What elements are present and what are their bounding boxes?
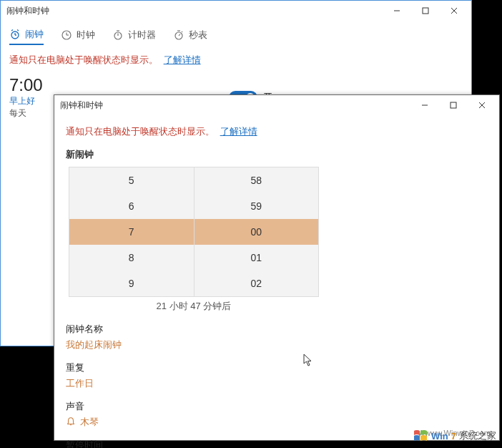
tab-clock[interactable]: 时钟 xyxy=(61,26,95,44)
minute-option[interactable]: 58 xyxy=(195,167,319,193)
field-alarm-name[interactable]: 闹钟名称 我的起床闹钟 xyxy=(66,323,488,351)
titlebar-back: 闹钟和时钟 xyxy=(1,1,471,21)
window-controls-back xyxy=(383,1,468,21)
minute-option[interactable]: 02 xyxy=(195,271,319,296)
repeat-value[interactable]: 工作日 xyxy=(66,377,488,390)
maximize-button-front[interactable] xyxy=(439,95,468,115)
svg-rect-1 xyxy=(423,8,428,14)
svg-rect-20 xyxy=(451,102,456,108)
alarm-time: 7:00 xyxy=(9,75,43,95)
alarm-name-label: 闹钟名称 xyxy=(66,323,488,336)
hour-option[interactable]: 7 xyxy=(69,219,194,245)
field-repeat[interactable]: 重复 工作日 xyxy=(66,361,488,390)
windows-logo-icon xyxy=(413,428,428,444)
minimize-button-front[interactable] xyxy=(410,95,439,115)
field-sound[interactable]: 声音 木琴 xyxy=(66,400,488,429)
svg-line-8 xyxy=(17,30,19,31)
svg-line-18 xyxy=(182,31,182,32)
window-controls-front xyxy=(410,95,496,115)
notice-link-back[interactable]: 了解详情 xyxy=(164,54,201,65)
watermark-brand: Win7系统之家 xyxy=(413,428,496,444)
tab-timer-label: 计时器 xyxy=(128,29,156,42)
hour-option[interactable]: 8 xyxy=(69,245,194,271)
sound-label: 声音 xyxy=(66,400,488,413)
tabs: 闹钟 时钟 计时器 秒表 xyxy=(1,21,471,49)
minimize-button[interactable] xyxy=(383,1,411,21)
hour-option[interactable]: 9 xyxy=(69,271,194,296)
alarm-icon xyxy=(9,29,21,40)
sound-value: 木琴 xyxy=(80,416,99,429)
svg-line-7 xyxy=(11,30,13,31)
bell-icon xyxy=(66,417,76,429)
time-until-label: 21 小时 47 分钟后 xyxy=(66,300,322,313)
watermark-brand-p2: 7 xyxy=(451,431,456,442)
alarm-repeat: 每天 xyxy=(9,107,43,120)
timer-icon xyxy=(112,29,124,41)
tab-clock-label: 时钟 xyxy=(77,29,95,42)
tab-timer[interactable]: 计时器 xyxy=(112,26,156,44)
sound-value-row[interactable]: 木琴 xyxy=(66,416,488,429)
time-picker: 56789 5859000102 xyxy=(69,167,319,297)
notice-text-front: 通知只在电脑处于唤醒状态时显示。 xyxy=(66,126,215,137)
notice-bar-back: 通知只在电脑处于唤醒状态时显示。 了解详情 xyxy=(1,49,471,71)
window-title-front: 闹钟和时钟 xyxy=(60,99,410,112)
minute-option[interactable]: 59 xyxy=(195,193,319,219)
watermark-brand-p3: 系统之家 xyxy=(459,429,496,442)
alarm-name-value[interactable]: 我的起床闹钟 xyxy=(66,339,488,351)
window-title-back: 闹钟和时钟 xyxy=(6,5,383,17)
svg-line-16 xyxy=(179,34,180,36)
hour-picker[interactable]: 56789 xyxy=(69,167,195,296)
cursor-icon xyxy=(303,354,313,366)
new-alarm-heading: 新闹钟 xyxy=(66,148,488,161)
close-button-front[interactable] xyxy=(468,95,496,115)
hour-option[interactable]: 5 xyxy=(69,167,194,193)
notice-text-back: 通知只在电脑处于唤醒状态时显示。 xyxy=(9,54,158,65)
edit-body: 通知只在电脑处于唤醒状态时显示。 了解详情 新闹钟 56789 58590001… xyxy=(54,115,499,448)
close-button[interactable] xyxy=(440,1,468,21)
tab-alarm-label: 闹钟 xyxy=(25,28,44,41)
clock-icon xyxy=(61,29,72,41)
notice-bar-front: 通知只在电脑处于唤醒状态时显示。 了解详情 xyxy=(66,121,488,142)
hour-option[interactable]: 6 xyxy=(69,193,194,219)
tab-alarm[interactable]: 闹钟 xyxy=(9,25,44,45)
watermark-brand-p1: Win xyxy=(431,431,448,442)
alarm-name: 早上好 xyxy=(9,95,43,107)
tab-stopwatch[interactable]: 秒表 xyxy=(173,26,207,44)
minute-option[interactable]: 01 xyxy=(195,245,319,271)
titlebar-front: 闹钟和时钟 xyxy=(54,95,499,115)
alarm-info: 7:00 早上好 每天 xyxy=(9,75,43,120)
minute-picker[interactable]: 5859000102 xyxy=(195,167,319,296)
notice-link-front[interactable]: 了解详情 xyxy=(220,126,257,137)
stopwatch-icon xyxy=(173,29,184,41)
minute-option[interactable]: 00 xyxy=(195,219,319,245)
window-alarm-edit: 闹钟和时钟 通知只在电脑处于唤醒状态时显示。 了解详情 新闹钟 56789 58… xyxy=(54,94,500,441)
maximize-button[interactable] xyxy=(411,1,440,21)
tab-stopwatch-label: 秒表 xyxy=(189,29,207,42)
repeat-label: 重复 xyxy=(66,361,488,374)
